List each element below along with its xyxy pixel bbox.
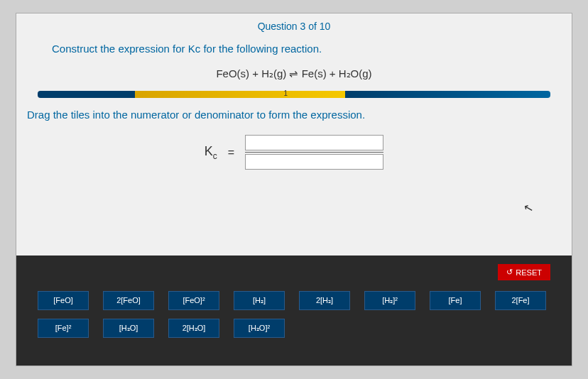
tile-2h2o[interactable]: 2[H₂O] xyxy=(168,319,219,338)
fraction-line xyxy=(245,152,383,153)
question-counter: Question 3 of 10 xyxy=(16,13,572,43)
progress-bar[interactable]: 1 xyxy=(38,91,550,98)
kc-label: Kc xyxy=(205,144,217,161)
kc-expression-area: Kc = xyxy=(16,131,572,187)
reset-label: RESET xyxy=(516,268,542,277)
tiles-row-1: [FeO] 2[FeO] [FeO]² [H₂] 2[H₂] [H₂]² [Fe… xyxy=(38,291,550,310)
tile-fe-sq[interactable]: [Fe]² xyxy=(38,319,89,338)
instruction-text: Construct the expression for Kc for the … xyxy=(16,43,572,62)
tile-h2o[interactable]: [H₂O] xyxy=(103,319,154,338)
denominator-dropzone[interactable] xyxy=(245,154,383,170)
tiles-section: ↺ RESET [FeO] 2[FeO] [FeO]² [H₂] 2[H₂] [… xyxy=(16,256,572,366)
tile-2fe[interactable]: 2[Fe] xyxy=(495,291,546,310)
drag-instruction: Drag the tiles into the numerator or den… xyxy=(16,109,572,131)
tile-feo[interactable]: [FeO] xyxy=(38,291,89,310)
tile-h2o-sq[interactable]: [H₂O]² xyxy=(234,319,285,338)
numerator-dropzone[interactable] xyxy=(245,135,383,150)
tile-fe[interactable]: [Fe] xyxy=(430,291,481,310)
tiles-row-2: [Fe]² [H₂O] 2[H₂O] [H₂O]² xyxy=(38,319,550,338)
app-container: Question 3 of 10 Construct the expressio… xyxy=(16,13,572,366)
cursor-icon: ↖ xyxy=(522,201,534,216)
reaction-equation: FeO(s) + H₂(g) ⇌ Fe(s) + H₂O(g) xyxy=(16,62,572,91)
progress-container: 1 xyxy=(16,91,572,98)
tile-feo-sq[interactable]: [FeO]² xyxy=(168,291,219,310)
fraction-container xyxy=(245,135,383,170)
reset-icon: ↺ xyxy=(506,268,513,277)
tile-2feo[interactable]: 2[FeO] xyxy=(103,291,154,310)
tile-2h2[interactable]: 2[H₂] xyxy=(299,291,350,310)
reset-button[interactable]: ↺ RESET xyxy=(498,264,550,280)
progress-step-label: 1 xyxy=(284,89,288,97)
equals-sign: = xyxy=(228,146,234,159)
tile-h2-sq[interactable]: [H₂]² xyxy=(364,291,415,310)
tile-h2[interactable]: [H₂] xyxy=(234,291,285,310)
